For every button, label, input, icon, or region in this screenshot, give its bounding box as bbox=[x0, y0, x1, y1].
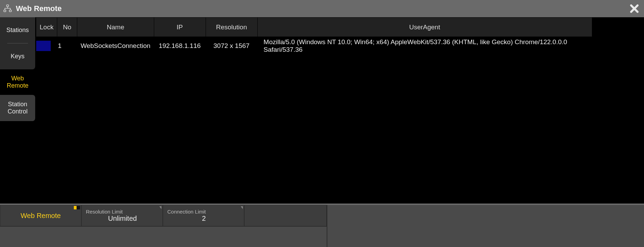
tab-label: Station Control bbox=[8, 101, 28, 115]
indicator-icon bbox=[74, 206, 80, 209]
section-title: Web Remote bbox=[21, 212, 61, 220]
cell-useragent: Mozilla/5.0 (Windows NT 10.0; Win64; x64… bbox=[257, 37, 592, 55]
tab-stations[interactable]: Stations bbox=[0, 17, 35, 43]
param-value: 2 bbox=[167, 215, 240, 223]
svg-rect-0 bbox=[7, 5, 9, 7]
close-icon bbox=[630, 4, 639, 13]
dropdown-icon bbox=[241, 206, 243, 209]
col-header-name[interactable]: Name bbox=[77, 18, 154, 37]
col-header-lock[interactable]: Lock bbox=[36, 18, 57, 37]
bottom-dock: Web Remote Resolution Limit Unlimited Co… bbox=[0, 204, 644, 247]
network-icon bbox=[3, 4, 12, 13]
empty-param-cell bbox=[244, 205, 327, 226]
close-button[interactable] bbox=[627, 0, 642, 17]
col-header-ip[interactable]: IP bbox=[154, 18, 206, 37]
content-pane: Lock No Name IP Resolution UserAgent 1 W… bbox=[35, 17, 644, 204]
tab-station-control[interactable]: Station Control bbox=[0, 95, 35, 121]
param-label: Resolution Limit bbox=[86, 209, 159, 215]
tab-label: Stations bbox=[6, 27, 29, 34]
dropdown-icon bbox=[159, 206, 161, 209]
param-row: Web Remote Resolution Limit Unlimited Co… bbox=[0, 205, 327, 226]
titlebar: Web Remote bbox=[0, 0, 644, 17]
cell-no: 1 bbox=[57, 37, 77, 55]
cell-lock[interactable] bbox=[36, 37, 57, 55]
col-header-resolution[interactable]: Resolution bbox=[206, 18, 257, 37]
tab-keys[interactable]: Keys bbox=[0, 43, 35, 69]
connections-table: Lock No Name IP Resolution UserAgent 1 W… bbox=[36, 17, 592, 55]
col-header-useragent[interactable]: UserAgent bbox=[257, 18, 592, 37]
sidebar: Stations Keys Web Remote Station Control bbox=[0, 17, 35, 204]
window-title: Web Remote bbox=[16, 4, 62, 13]
bottom-left-panel: Web Remote Resolution Limit Unlimited Co… bbox=[0, 205, 327, 247]
section-title-cell[interactable]: Web Remote bbox=[0, 205, 81, 226]
connection-limit-cell[interactable]: Connection Limit 2 bbox=[163, 205, 244, 226]
param-label: Connection Limit bbox=[167, 209, 240, 215]
cell-ip: 192.168.1.116 bbox=[154, 37, 206, 55]
bottom-spacer bbox=[0, 226, 327, 247]
bottom-right-panel bbox=[327, 205, 644, 247]
cell-name: WebSocketsConnection bbox=[77, 37, 154, 55]
param-value: Unlimited bbox=[86, 215, 159, 223]
tab-label: Keys bbox=[11, 53, 24, 60]
svg-rect-6 bbox=[77, 207, 79, 209]
main-area: Stations Keys Web Remote Station Control… bbox=[0, 17, 644, 204]
svg-rect-4 bbox=[74, 206, 77, 209]
table-row[interactable]: 1 WebSocketsConnection 192.168.1.116 307… bbox=[36, 37, 592, 55]
col-header-no[interactable]: No bbox=[57, 18, 77, 37]
svg-rect-1 bbox=[4, 10, 6, 12]
lock-color-swatch bbox=[36, 41, 51, 51]
tab-label: Web Remote bbox=[7, 75, 28, 89]
svg-rect-2 bbox=[9, 10, 11, 12]
table-header-row: Lock No Name IP Resolution UserAgent bbox=[36, 18, 592, 37]
cell-resolution: 3072 x 1567 bbox=[206, 37, 257, 55]
resolution-limit-cell[interactable]: Resolution Limit Unlimited bbox=[81, 205, 163, 226]
tab-web-remote[interactable]: Web Remote bbox=[0, 69, 35, 95]
